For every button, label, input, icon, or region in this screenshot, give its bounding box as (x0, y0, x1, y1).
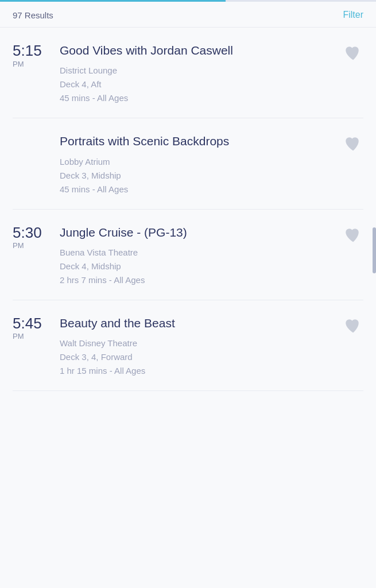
event-item: 5:30PMJungle Cruise - (PG-13)Buena Vista… (13, 210, 363, 300)
favorite-button[interactable] (343, 44, 363, 65)
favorite-button[interactable] (343, 316, 363, 338)
heart-icon (345, 137, 361, 152)
event-venue: Buena Vista TheatreDeck 4, Midship2 hrs … (60, 246, 363, 287)
favorite-button[interactable] (343, 134, 363, 156)
event-details: Jungle Cruise - (PG-13)Buena Vista Theat… (54, 225, 363, 287)
event-meridiem: PM (13, 241, 54, 250)
event-title: Portraits with Scenic Backdrops (60, 133, 363, 149)
heart-icon (345, 46, 361, 61)
event-meridiem: PM (13, 60, 54, 68)
event-venue: District LoungeDeck 4, Aft45 mins - All … (60, 64, 363, 105)
heart-icon (345, 228, 361, 243)
events-list: 5:15PMGood Vibes with Jordan CaswellDist… (0, 28, 376, 391)
event-item: Portraits with Scenic BackdropsLobby Atr… (13, 118, 363, 209)
event-time-block: 5:15PM (13, 42, 54, 68)
event-time-block: 5:45PM (13, 315, 54, 341)
event-time: 5:15 (13, 42, 54, 59)
event-title: Beauty and the Beast (60, 315, 363, 331)
favorite-button[interactable] (343, 226, 363, 247)
event-details: Portraits with Scenic BackdropsLobby Atr… (54, 133, 363, 196)
heart-icon (345, 319, 361, 334)
event-item: 5:15PMGood Vibes with Jordan CaswellDist… (13, 28, 363, 118)
event-details: Good Vibes with Jordan CaswellDistrict L… (54, 42, 363, 105)
results-header: 97 Results Filter (0, 2, 376, 28)
filter-button[interactable]: Filter (343, 10, 363, 20)
event-venue: Lobby AtriumDeck 3, Midship45 mins - All… (60, 155, 363, 196)
scrollbar-thumb[interactable] (373, 227, 376, 273)
event-venue: Walt Disney TheatreDeck 3, 4, Forward1 h… (60, 336, 363, 378)
event-title: Good Vibes with Jordan Caswell (60, 42, 363, 58)
event-item: 5:45PMBeauty and the BeastWalt Disney Th… (13, 300, 363, 391)
event-details: Beauty and the BeastWalt Disney TheatreD… (54, 315, 363, 378)
event-time-block: 5:30PM (13, 225, 54, 250)
event-meridiem: PM (13, 332, 54, 341)
event-title: Jungle Cruise - (PG-13) (60, 225, 363, 240)
results-count: 97 Results (13, 10, 53, 20)
event-time: 5:45 (13, 315, 54, 332)
event-time: 5:30 (13, 225, 54, 241)
